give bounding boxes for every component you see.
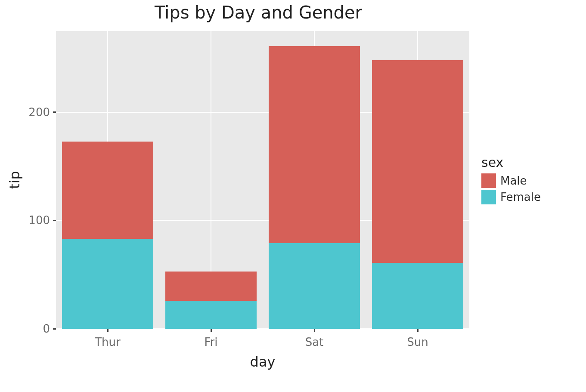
legend-label: Male [500,174,527,187]
legend-item-male: Male [481,173,541,188]
bar-seg-female [165,301,256,329]
bar-seg-male [269,46,360,243]
x-axis-label: day [250,354,276,370]
bar-fri [165,272,256,329]
x-tick-label: Sat [305,329,324,349]
bar-sat [269,46,360,329]
legend-swatch [481,173,496,188]
bar-seg-male [372,60,463,263]
x-tick-label: Thur [95,329,121,349]
legend-label: Female [500,191,541,204]
legend-title: sex [481,155,541,170]
y-tick-label: 200 [28,106,56,119]
x-tick-label: Fri [205,329,218,349]
chart-container: Tips by Day and Gender 0100200ThurFriSat… [0,0,586,392]
bar-seg-female [62,239,153,329]
bar-seg-male [165,272,256,301]
y-tick-label: 0 [43,322,56,335]
legend: sex MaleFemale [481,155,541,206]
plot-area: 0100200ThurFriSatSun [56,31,469,329]
legend-swatch [481,190,496,204]
bar-seg-female [269,243,360,329]
bar-sun [372,60,463,329]
x-tick-label: Sun [407,329,428,349]
chart-title: Tips by Day and Gender [0,3,517,22]
legend-item-female: Female [481,190,541,204]
bar-seg-male [62,142,153,239]
bar-thur [62,142,153,329]
y-tick-label: 100 [28,214,56,227]
y-axis-label: tip [6,171,23,189]
bar-seg-female [372,263,463,329]
